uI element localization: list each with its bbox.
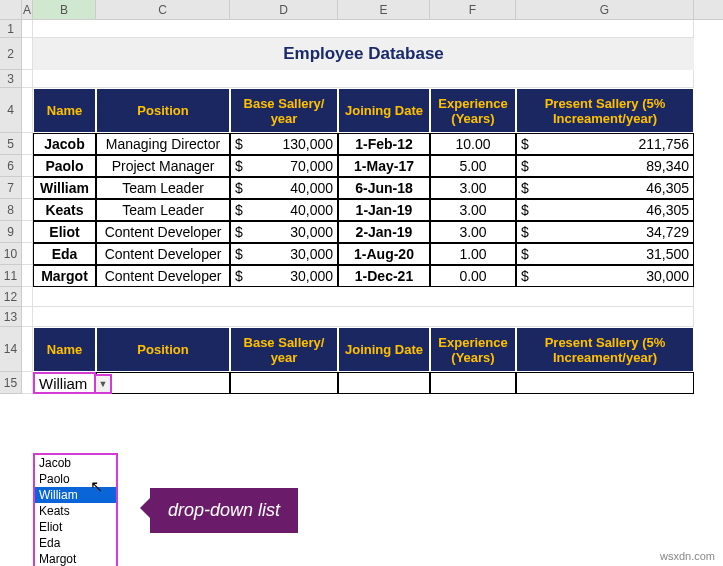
dropdown-arrow-icon[interactable]: ▼ xyxy=(94,374,112,394)
th-joining: Joining Date xyxy=(338,88,430,133)
row-14[interactable]: 14 xyxy=(0,327,22,372)
dropdown-option[interactable]: Eda xyxy=(35,535,116,551)
col-E[interactable]: E xyxy=(338,0,430,19)
row-7[interactable]: 7 xyxy=(0,177,22,199)
th2-position: Position xyxy=(96,327,230,372)
cell-present[interactable]: $211,756 xyxy=(516,133,694,155)
cell-joining[interactable]: 6-Jun-18 xyxy=(338,177,430,199)
cell-joining[interactable]: 2-Jan-19 xyxy=(338,221,430,243)
th2-base: Base Sallery/ year xyxy=(230,327,338,372)
cell-name[interactable]: Keats xyxy=(33,199,96,221)
th-present: Present Sallery (5% Increament/year) xyxy=(516,88,694,133)
cell-name[interactable]: Eda xyxy=(33,243,96,265)
row-15[interactable]: 15 xyxy=(0,372,22,394)
row-4[interactable]: 4 xyxy=(0,88,22,133)
cell-present[interactable]: $46,305 xyxy=(516,177,694,199)
cell-exp[interactable]: 3.00 xyxy=(430,177,516,199)
table-row: Paolo Project Manager $70,000 1-May-17 5… xyxy=(22,155,694,177)
page-title: Employee Database xyxy=(283,44,444,64)
col-D[interactable]: D xyxy=(230,0,338,19)
cell-position[interactable]: Project Manager xyxy=(96,155,230,177)
row-9[interactable]: 9 xyxy=(0,221,22,243)
cell-exp[interactable]: 3.00 xyxy=(430,199,516,221)
cell-name[interactable]: Eliot xyxy=(33,221,96,243)
cell-joining[interactable]: 1-Jan-19 xyxy=(338,199,430,221)
cell-position-empty[interactable] xyxy=(96,372,230,394)
cell-position[interactable]: Content Developer xyxy=(96,265,230,287)
row-12[interactable]: 12 xyxy=(0,287,22,307)
col-F[interactable]: F xyxy=(430,0,516,19)
cell-base[interactable]: $40,000 xyxy=(230,177,338,199)
table-row: Jacob Managing Director $130,000 1-Feb-1… xyxy=(22,133,694,155)
th2-name: Name xyxy=(33,327,96,372)
callout-label: drop-down list xyxy=(150,488,298,533)
cell-position[interactable]: Team Leader xyxy=(96,177,230,199)
dropdown-option[interactable]: William xyxy=(35,487,116,503)
dropdown-option[interactable]: Keats xyxy=(35,503,116,519)
row-11[interactable]: 11 xyxy=(0,265,22,287)
row-2[interactable]: 2 xyxy=(0,38,22,70)
table-row: Eliot Content Developer $30,000 2-Jan-19… xyxy=(22,221,694,243)
col-C[interactable]: C xyxy=(96,0,230,19)
cell-exp[interactable]: 1.00 xyxy=(430,243,516,265)
col-B[interactable]: B xyxy=(33,0,96,19)
cell-base[interactable]: $40,000 xyxy=(230,199,338,221)
th2-joining: Joining Date xyxy=(338,327,430,372)
cell-name[interactable]: Margot xyxy=(33,265,96,287)
cell-present[interactable]: $34,729 xyxy=(516,221,694,243)
cell-present[interactable]: $31,500 xyxy=(516,243,694,265)
cell-base[interactable]: $70,000 xyxy=(230,155,338,177)
dropdown-option[interactable]: Paolo xyxy=(35,471,116,487)
table-row: Eda Content Developer $30,000 1-Aug-20 1… xyxy=(22,243,694,265)
dropdown-cell[interactable]: William ▼ xyxy=(33,372,96,394)
cell-present[interactable]: $30,000 xyxy=(516,265,694,287)
cell-base[interactable]: $30,000 xyxy=(230,265,338,287)
cell-base[interactable]: $30,000 xyxy=(230,243,338,265)
dropdown-option[interactable]: Eliot xyxy=(35,519,116,535)
col-A[interactable]: A xyxy=(22,0,33,19)
cell-position[interactable]: Team Leader xyxy=(96,199,230,221)
row-1[interactable]: 1 xyxy=(0,20,22,38)
watermark: wsxdn.com xyxy=(660,550,715,562)
cell-exp-empty[interactable] xyxy=(430,372,516,394)
cell-exp[interactable]: 0.00 xyxy=(430,265,516,287)
dropdown-option[interactable]: Margot xyxy=(35,551,116,566)
cursor-icon: ↖ xyxy=(90,477,103,496)
dropdown-option[interactable]: Jacob xyxy=(35,455,116,471)
dropdown-list[interactable]: JacobPaoloWilliamKeatsEliotEdaMargot xyxy=(33,453,118,566)
cell-name[interactable]: William xyxy=(33,177,96,199)
cell-position[interactable]: Managing Director xyxy=(96,133,230,155)
cell-position[interactable]: Content Developer xyxy=(96,243,230,265)
select-all-corner[interactable] xyxy=(0,0,22,19)
col-G[interactable]: G xyxy=(516,0,694,19)
cell-position[interactable]: Content Developer xyxy=(96,221,230,243)
cell-present[interactable]: $46,305 xyxy=(516,199,694,221)
cell-joining[interactable]: 1-Feb-12 xyxy=(338,133,430,155)
row-5[interactable]: 5 xyxy=(0,133,22,155)
row-13[interactable]: 13 xyxy=(0,307,22,327)
row-6[interactable]: 6 xyxy=(0,155,22,177)
column-headers[interactable]: A B C D E F G xyxy=(0,0,723,20)
th2-exp: Experience (Years) xyxy=(430,327,516,372)
cell-base-empty[interactable] xyxy=(230,372,338,394)
cell-name[interactable]: Paolo xyxy=(33,155,96,177)
cell-exp[interactable]: 5.00 xyxy=(430,155,516,177)
th-exp: Experience (Years) xyxy=(430,88,516,133)
row-3[interactable]: 3 xyxy=(0,70,22,88)
row-8[interactable]: 8 xyxy=(0,199,22,221)
cell-present-empty[interactable] xyxy=(516,372,694,394)
grid[interactable]: Employee Database Name Position Base Sal… xyxy=(22,20,694,394)
row-headers[interactable]: 1 2 3 4 5 6 7 8 9 10 11 12 13 14 15 xyxy=(0,20,22,394)
cell-base[interactable]: $130,000 xyxy=(230,133,338,155)
row-10[interactable]: 10 xyxy=(0,243,22,265)
cell-exp[interactable]: 3.00 xyxy=(430,221,516,243)
cell-joining[interactable]: 1-May-17 xyxy=(338,155,430,177)
dropdown-value: William xyxy=(39,375,87,392)
cell-base[interactable]: $30,000 xyxy=(230,221,338,243)
cell-present[interactable]: $89,340 xyxy=(516,155,694,177)
cell-joining[interactable]: 1-Aug-20 xyxy=(338,243,430,265)
cell-name[interactable]: Jacob xyxy=(33,133,96,155)
cell-joining-empty[interactable] xyxy=(338,372,430,394)
cell-exp[interactable]: 10.00 xyxy=(430,133,516,155)
cell-joining[interactable]: 1-Dec-21 xyxy=(338,265,430,287)
